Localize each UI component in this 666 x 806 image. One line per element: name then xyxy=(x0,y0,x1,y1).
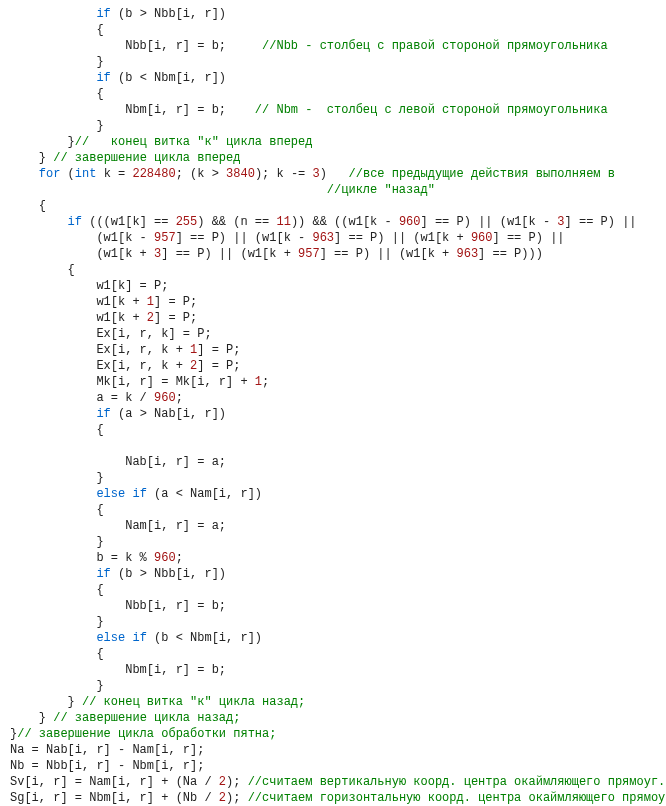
comment-token: //все предыдущие действия выполняем в xyxy=(349,167,615,181)
text-token: ; xyxy=(176,391,183,405)
number-token: 960 xyxy=(399,215,421,229)
keyword-token: else if xyxy=(96,631,146,645)
keyword-token: if xyxy=(68,215,82,229)
text-token: ] == P) || (w1[k - xyxy=(421,215,558,229)
text-token: } xyxy=(10,711,53,725)
keyword-token: if xyxy=(96,7,110,21)
text-token: Na = Nab[i, r] - Nam[i, r]; xyxy=(10,743,204,757)
text-token: ] == P) || xyxy=(565,215,637,229)
comment-token: // конец витка "к" цикла вперед xyxy=(75,135,313,149)
text-token: a = k / xyxy=(10,391,154,405)
text-token: ] = P; xyxy=(197,343,240,357)
text-token: Nbb[i, r] = b; xyxy=(10,599,226,613)
comment-token: // конец витка "к" цикла назад; xyxy=(82,695,305,709)
comment-token: // завершение цикла вперед xyxy=(53,151,240,165)
text-token: ] == P) || (w1[k + xyxy=(161,247,298,261)
text-token: Nab[i, r] = a; xyxy=(10,455,226,469)
text-token: } xyxy=(10,135,75,149)
comment-token: // Nbm - столбец с левой стороной прямоу… xyxy=(255,103,608,117)
number-token: 11 xyxy=(276,215,290,229)
text-token: { xyxy=(10,263,75,277)
text-token xyxy=(10,71,96,85)
text-token: { xyxy=(10,647,104,661)
text-token: Nbm[i, r] = b; xyxy=(10,103,255,117)
text-token: } xyxy=(10,471,104,485)
number-token: 1 xyxy=(255,375,262,389)
text-token: ] == P) || xyxy=(493,231,565,245)
text-token: { xyxy=(10,23,104,37)
text-token: Ex[i, r, k + xyxy=(10,343,190,357)
text-token: { xyxy=(10,199,46,213)
comment-token: //Nbb - столбец с правой стороной прямоу… xyxy=(262,39,608,53)
text-token: ( xyxy=(60,167,74,181)
text-token: ; xyxy=(262,375,269,389)
number-token: 228480 xyxy=(132,167,175,181)
text-token: Nbb[i, r] = b; xyxy=(10,39,262,53)
text-token: (b > Nbb[i, r]) xyxy=(111,7,226,21)
keyword-token: int xyxy=(75,167,97,181)
text-token: (((w1[k] == xyxy=(82,215,176,229)
number-token: 2 xyxy=(219,791,226,805)
text-token: ); xyxy=(226,775,248,789)
text-token: Sg[i, r] = Nbm[i, r] + (Nb / xyxy=(10,791,219,805)
text-token: k = xyxy=(96,167,132,181)
text-token: )) && ((w1[k - xyxy=(291,215,399,229)
text-token: ] = P; xyxy=(154,311,197,325)
comment-token: // завершение цикла назад; xyxy=(53,711,240,725)
text-token: w1[k + xyxy=(10,295,147,309)
number-token: 957 xyxy=(298,247,320,261)
text-token: } xyxy=(10,151,53,165)
text-token: (w1[k - xyxy=(10,231,154,245)
keyword-token: if xyxy=(96,407,110,421)
text-token xyxy=(10,7,96,21)
text-token xyxy=(10,631,96,645)
text-token: Ex[i, r, k] = P; xyxy=(10,327,212,341)
comment-token: //цикле "назад" xyxy=(327,183,435,197)
text-token: ) && (n == xyxy=(197,215,276,229)
text-token: } xyxy=(10,615,104,629)
text-token: w1[k + xyxy=(10,311,147,325)
text-token: ) xyxy=(320,167,349,181)
number-token: 957 xyxy=(154,231,176,245)
number-token: 2 xyxy=(147,311,154,325)
text-token: (b < Nbm[i, r]) xyxy=(111,71,226,85)
text-token: } xyxy=(10,535,104,549)
text-token: ] = P; xyxy=(154,295,197,309)
text-token xyxy=(10,487,96,501)
text-token: Nb = Nbb[i, r] - Nbm[i, r]; xyxy=(10,759,204,773)
text-token: Nam[i, r] = a; xyxy=(10,519,226,533)
text-token: } xyxy=(10,55,104,69)
text-token xyxy=(10,167,39,181)
text-token xyxy=(10,407,96,421)
number-token: 1 xyxy=(147,295,154,309)
number-token: 255 xyxy=(176,215,198,229)
text-token: } xyxy=(10,119,104,133)
number-token: 963 xyxy=(312,231,334,245)
number-token: 960 xyxy=(154,391,176,405)
text-token xyxy=(10,183,327,197)
text-token: ] == P) || (w1[k + xyxy=(334,231,471,245)
text-token: ] == P))) xyxy=(478,247,543,261)
text-token xyxy=(10,567,96,581)
number-token: 963 xyxy=(457,247,479,261)
number-token: 3 xyxy=(313,167,320,181)
text-token: Mk[i, r] = Mk[i, r] + xyxy=(10,375,255,389)
comment-token: // завершение цикла обработки пятна; xyxy=(17,727,276,741)
text-token: ; (k > xyxy=(176,167,226,181)
keyword-token: for xyxy=(39,167,61,181)
number-token: 960 xyxy=(154,551,176,565)
text-token: (b < Nbm[i, r]) xyxy=(147,631,262,645)
text-token: ] == P) || (w1[k + xyxy=(320,247,457,261)
text-token: (w1[k + xyxy=(10,247,154,261)
text-token: ); xyxy=(226,791,248,805)
text-token: (a < Nam[i, r]) xyxy=(147,487,262,501)
text-token: w1[k] = P; xyxy=(10,279,168,293)
text-token: Nbm[i, r] = b; xyxy=(10,663,226,677)
keyword-token: if xyxy=(96,71,110,85)
comment-token: //считаем горизонтальную коорд. центра о… xyxy=(248,791,666,805)
comment-token: //считаем вертикальную коорд. центра ока… xyxy=(248,775,666,789)
text-token: ); k -= xyxy=(255,167,313,181)
number-token: 3840 xyxy=(226,167,255,181)
text-token: } xyxy=(10,695,82,709)
text-token: { xyxy=(10,423,104,437)
